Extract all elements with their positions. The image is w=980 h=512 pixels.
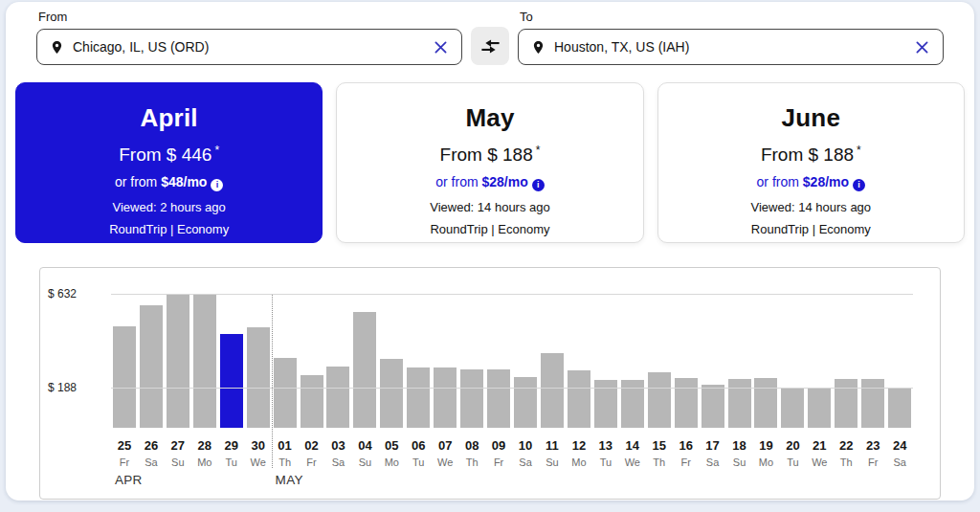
price-bar-may-19[interactable] [754,378,777,428]
month-card-june[interactable]: June From $ 188* or from $28/moi Viewed:… [657,82,965,243]
bar-slot [272,295,299,428]
day-label-apr-27: 27Su [165,438,191,468]
price-bar-may-03[interactable] [326,367,349,428]
price-bar-apr-28[interactable] [193,295,216,428]
price-bar-apr-25[interactable] [113,326,136,428]
bar-slot [806,295,833,428]
info-icon[interactable]: i [211,179,223,191]
bar-slot [886,295,913,428]
day-number: 09 [485,438,512,453]
day-of-week: Mo [378,456,405,468]
bar-slot [405,295,432,428]
day-of-week: Fr [859,456,886,468]
price-bar-may-15[interactable] [648,372,671,428]
day-label-may-04: 04Su [351,438,378,468]
month-card-trip-type: RoundTrip | Economy [16,222,322,236]
to-value[interactable]: Houston, TX, US (IAH) [554,39,905,55]
day-label-may-06: 06Tu [405,438,432,468]
day-label-may-21: 21We [806,438,833,468]
bar-slot [566,295,592,428]
day-label-may-15: 15Th [646,438,673,468]
bar-slot [191,295,218,428]
price-bar-may-24[interactable] [888,388,911,428]
bar-slot [245,295,272,428]
day-number: 23 [859,438,886,453]
search-row: From Chicago, IL, US (ORD) [36,10,944,65]
day-of-week: We [806,456,833,468]
month-card-title: April [16,103,322,133]
to-clear-icon[interactable] [914,39,930,56]
month-card-viewed: Viewed: 2 hours ago [16,200,322,214]
price-bar-apr-29[interactable] [220,334,243,428]
price-bar-apr-26[interactable] [140,305,163,428]
price-bar-may-17[interactable] [702,385,724,428]
price-bar-apr-27[interactable] [167,295,189,428]
day-of-week: Th [458,456,485,468]
day-number: 17 [700,438,726,453]
price-bar-may-22[interactable] [835,379,858,428]
day-number: 21 [806,438,833,453]
day-number: 11 [539,438,566,453]
day-of-week: Mo [191,456,218,468]
day-number: 13 [592,438,619,453]
bar-slot [619,295,646,428]
price-bar-may-11[interactable] [541,353,564,428]
from-field-group: From Chicago, IL, US (ORD) [36,10,462,65]
day-label-may-13: 13Tu [592,438,619,468]
day-number: 25 [111,438,138,453]
info-icon[interactable]: i [532,179,545,191]
day-of-week: Sa [886,456,913,468]
price-bar-may-21[interactable] [808,388,831,428]
day-of-week: Su [351,456,378,468]
day-label-may-18: 18Su [726,438,753,468]
month-card-title: June [658,103,964,133]
price-bar-may-20[interactable] [781,388,804,428]
location-pin-icon [50,39,64,56]
day-label-may-08: 08Th [458,438,485,468]
month-card-may[interactable]: May From $ 188* or from $28/moi Viewed: … [336,82,643,243]
day-label-may-20: 20Tu [779,438,806,468]
location-pin-icon [531,39,546,56]
day-label-apr-29: 29Tu [218,438,245,468]
price-bar-apr-30[interactable] [247,327,270,428]
price-bar-may-02[interactable] [301,375,323,428]
month-card-price: From $ 188* [337,144,642,166]
price-bar-may-08[interactable] [460,369,483,428]
price-bar-may-10[interactable] [514,377,537,428]
month-card-trip-type: RoundTrip | Economy [658,222,964,236]
from-value[interactable]: Chicago, IL, US (ORD) [73,39,424,55]
price-bar-may-12[interactable] [568,370,590,428]
from-input[interactable]: Chicago, IL, US (ORD) [36,29,462,65]
day-of-week: Tu [218,456,245,468]
price-bar-may-16[interactable] [675,378,698,428]
month-card-april[interactable]: April From $ 446* or from $48/moi Viewed… [15,82,323,243]
price-bar-may-07[interactable] [434,367,457,428]
price-bar-may-01[interactable] [274,358,297,428]
bar-slot [833,295,859,428]
day-number: 18 [726,438,753,453]
price-bar-may-05[interactable] [380,359,403,428]
from-clear-icon[interactable] [433,39,449,56]
day-label-apr-25: 25Fr [111,438,138,468]
daily-price-chart-panel: $ 632$ 188 25Fr26Sa27Su28Mo29Tu30We01Th0… [39,267,941,500]
chart-plot: $ 632$ 188 [111,295,913,428]
price-bar-may-09[interactable] [487,369,510,428]
to-input[interactable]: Houston, TX, US (IAH) [518,29,944,65]
swap-origin-destination-button[interactable] [471,27,509,65]
to-label: To [520,10,944,24]
price-bar-may-04[interactable] [353,312,376,428]
bar-slot [726,295,753,428]
bar-slot [325,295,352,428]
day-label-may-05: 05Mo [378,438,405,468]
price-asterisk: * [214,144,219,157]
day-label-may-19: 19Mo [753,438,780,468]
bar-slot [512,295,539,428]
day-number: 05 [378,438,405,453]
price-bar-may-18[interactable] [728,379,751,428]
price-asterisk: * [857,144,861,157]
info-icon[interactable]: i [853,179,865,191]
price-bar-may-06[interactable] [407,367,430,428]
month-cards-row: April From $ 446* or from $48/moi Viewed… [15,82,965,243]
price-bar-may-23[interactable] [861,379,884,428]
month-card-trip-type: RoundTrip | Economy [337,222,642,236]
